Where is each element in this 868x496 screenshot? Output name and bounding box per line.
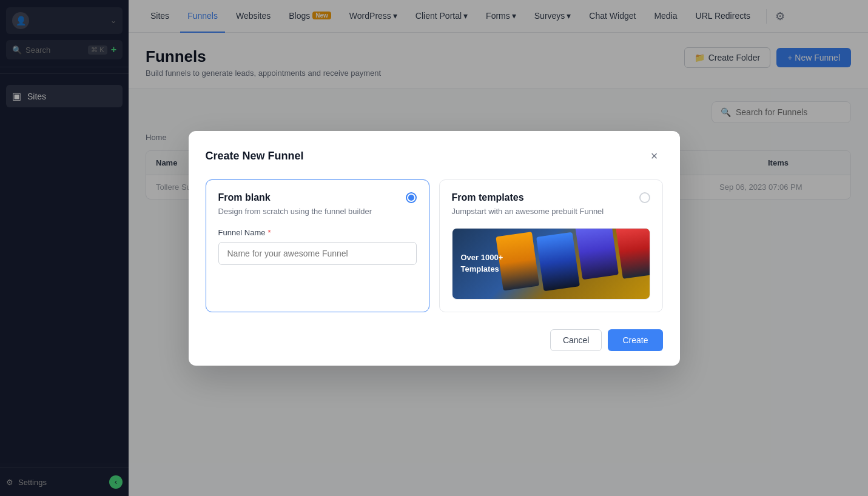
funnel-name-label: Funnel Name	[218, 228, 266, 237]
create-button[interactable]: Create	[608, 329, 662, 351]
modal-title: Create New Funnel	[206, 150, 304, 163]
templates-count-text: Over 1000+Templates	[461, 252, 503, 274]
option-from-templates[interactable]: From templates Jumpstart with an awesome…	[439, 179, 663, 312]
funnel-name-input[interactable]	[218, 242, 417, 265]
option-from-blank[interactable]: From blank Design from scratch using the…	[206, 179, 429, 312]
radio-templates[interactable]	[639, 192, 650, 203]
option-templates-desc: Jumpstart with an awesome prebuilt Funne…	[452, 207, 650, 216]
option-blank-title: From blank	[218, 192, 271, 203]
mockup-2	[536, 232, 580, 290]
funnel-name-section: Funnel Name *	[218, 228, 417, 265]
radio-blank[interactable]	[406, 192, 417, 203]
option-templates-title: From templates	[452, 192, 524, 203]
mockup-3	[575, 228, 619, 280]
mockup-4	[615, 228, 650, 279]
modal-header: Create New Funnel ×	[206, 148, 663, 165]
required-star: *	[268, 228, 271, 237]
modal-options: From blank Design from scratch using the…	[206, 179, 663, 312]
create-funnel-modal: Create New Funnel × From blank Design fr…	[189, 131, 680, 366]
option-blank-desc: Design from scratch using the funnel bui…	[218, 207, 417, 216]
templates-preview: Over 1000+Templates	[452, 228, 650, 300]
cancel-button[interactable]: Cancel	[550, 329, 602, 351]
templates-mockup-images	[496, 228, 650, 297]
modal-footer: Cancel Create	[206, 329, 663, 351]
modal-overlay[interactable]: Create New Funnel × From blank Design fr…	[0, 0, 868, 496]
close-modal-button[interactable]: ×	[646, 148, 663, 165]
